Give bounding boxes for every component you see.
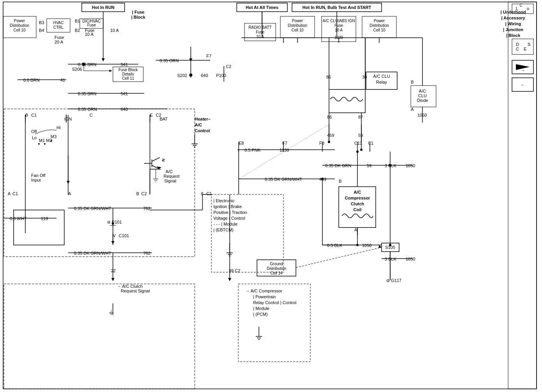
svg-text:C2: C2 [141,191,147,196]
svg-text:F7: F7 [206,54,211,58]
svg-text:B: B [339,179,341,184]
svg-text:0.35 ORN: 0.35 ORN [160,58,179,63]
svg-text:M1  M2: M1 M2 [39,138,52,143]
svg-text:E: E [524,47,526,51]
svg-text:Fuse: Fuse [256,30,265,34]
svg-line-125 [152,158,160,161]
svg-text:Request Signal: Request Signal [121,289,150,293]
svg-text:Distribution: Distribution [370,23,389,28]
svg-text:S: S [528,42,530,47]
svg-marker-177 [228,278,231,281]
svg-text:A/C: A/C [354,190,361,194]
svg-text:A/C CLU/ABS IGN: A/C CLU/ABS IGN [323,19,355,23]
svg-text:Request: Request [164,174,179,178]
svg-text:→ A/C Clutch: → A/C Clutch [117,284,143,289]
svg-text:A/C: A/C [165,169,172,174]
svg-text:0.35 DK GRN: 0.35 DK GRN [325,163,351,168]
svg-text:1050: 1050 [362,243,371,248]
svg-text:HVAC: HVAC [53,21,63,25]
svg-point-116 [44,143,46,145]
svg-text:| Wiring: | Wiring [505,21,521,26]
svg-text:Fuse: Fuse [87,23,96,27]
svg-text:762: 762 [143,206,150,211]
svg-text:A: A [8,191,11,196]
svg-text:C2: C2 [226,64,231,69]
svg-text:B: B [25,113,28,117]
svg-point-117 [51,140,52,142]
svg-text:Cell 10: Cell 10 [13,28,26,32]
power-dist-left: Power [14,19,25,23]
svg-text:C1: C1 [368,141,373,145]
svg-rect-0 [3,2,537,389]
svg-marker-32 [109,70,112,72]
svg-point-296 [356,150,359,153]
svg-text:D: D [516,42,519,47]
svg-text:30: 30 [362,75,367,79]
svg-line-227 [296,247,382,268]
svg-text:B4: B4 [39,28,44,33]
svg-text:Ignition | Brake: Ignition | Brake [213,204,242,209]
svg-text:Ground: Ground [270,262,283,266]
svg-text:0.35 BRN: 0.35 BRN [78,91,97,96]
svg-text:| (EBTCM): | (EBTCM) [213,228,234,232]
svg-text:Voltage | Control: Voltage | Control [213,216,245,220]
svg-text:Heater–: Heater– [195,117,210,121]
svg-text:Distribution: Distribution [10,23,29,28]
svg-text:| Block: | Block [506,33,521,38]
svg-text:640: 640 [201,73,208,78]
svg-text:Clutch: Clutch [351,201,364,206]
arrow-left-icon[interactable]: ← [521,82,525,87]
svg-text:762: 762 [143,251,150,256]
svg-text:Cell 11: Cell 11 [122,76,134,80]
fuse-block-label: | Fuse [132,10,144,14]
svg-text:L: L [516,6,518,11]
svg-text:⏚: ⏚ [109,308,113,316]
svg-point-298 [389,164,391,166]
svg-text:Input: Input [31,178,40,182]
svg-text:Relay: Relay [376,80,387,84]
svg-text:| Powertrain: | Powertrain [253,294,276,299]
svg-text:F7: F7 [282,141,287,145]
svg-text:S206: S206 [72,67,82,72]
svg-marker-228 [378,245,382,248]
svg-text:59: 59 [358,133,363,138]
svg-text:B1: B1 [75,19,80,23]
svg-text:Distribution: Distribution [288,23,307,28]
svg-text:C: C [519,3,522,7]
svg-text:0.35 DK GRN/WHT: 0.35 DK GRN/WHT [74,251,111,256]
svg-text:S202: S202 [177,73,187,78]
hot-in-run-label: Hot In RUN [92,5,114,10]
svg-point-115 [38,143,40,145]
svg-text:B: B [411,80,414,84]
svg-text:| Module: | Module [253,306,269,311]
arrow-right-icon[interactable]: → [521,68,525,73]
svg-text:Details: Details [122,72,134,76]
svg-text:Off: Off [31,129,37,134]
svg-text:C1: C1 [206,191,212,196]
svg-text:| Junction: | Junction [503,27,523,32]
svg-text:Coil: Coil [354,207,362,212]
svg-text:A: A [411,107,414,112]
svg-text:- - - | Module: - - - | Module [213,222,238,226]
svg-text:C: C [516,47,519,51]
svg-text:640: 640 [121,107,128,112]
svg-text:| Electronic: | Electronic [213,198,235,203]
svg-text:V: V [113,233,116,238]
svg-point-294 [328,141,330,143]
svg-text:B3: B3 [39,20,44,25]
svg-text:o: o [527,6,529,11]
svg-text:BAT: BAT [160,117,168,121]
svg-text:A/C: A/C [195,122,202,127]
svg-marker-24 [102,58,105,61]
svg-text:119: 119 [41,216,48,221]
svg-text:8: 8 [201,191,203,196]
svg-text:0.5 PNK: 0.5 PNK [245,148,261,152]
svg-text:1239: 1239 [280,148,289,152]
svg-text:⊜ P101: ⊜ P101 [107,220,122,224]
svg-text:A: A [68,191,71,196]
svg-text:3 BLK: 3 BLK [385,257,397,261]
svg-text:87: 87 [358,115,363,119]
svg-text:E: E [150,113,153,117]
svg-point-305 [321,178,324,180]
hot-at-all-times-label: Hot At All Times [246,5,278,10]
